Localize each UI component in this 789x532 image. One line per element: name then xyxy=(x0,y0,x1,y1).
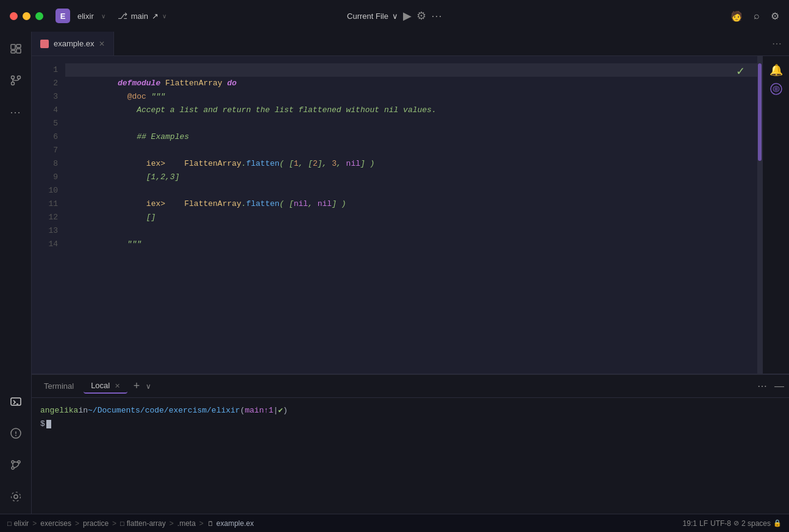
status-crumb-practice[interactable]: practice xyxy=(83,519,109,528)
status-sep5: > xyxy=(199,519,204,528)
svg-point-18 xyxy=(11,492,20,502)
local-tab-close-icon[interactable]: ✕ xyxy=(115,382,120,389)
terminal-dollar: $ xyxy=(40,417,45,431)
sidebar-item-git[interactable] xyxy=(6,455,26,475)
minimize-button[interactable] xyxy=(23,12,30,20)
svg-point-4 xyxy=(11,76,14,79)
line-num-1: 1 xyxy=(53,63,58,77)
tab-label: example.ex xyxy=(54,39,94,48)
sidebar-item-source-control[interactable] xyxy=(6,71,26,90)
tab-more-icon[interactable]: ⋯ xyxy=(765,38,789,49)
editor-scrollbar[interactable] xyxy=(757,56,762,374)
line-num-5: 5 xyxy=(53,117,58,130)
line-num-14: 14 xyxy=(48,238,58,251)
local-tab[interactable]: Local ✕ xyxy=(84,378,127,394)
settings-icon[interactable]: ⚙ xyxy=(771,10,779,22)
code-line-14 xyxy=(65,238,757,251)
app-name-label: elixir xyxy=(77,12,94,21)
svg-rect-1 xyxy=(16,44,21,48)
status-sep2: > xyxy=(75,519,79,528)
left-sidebar: ··· xyxy=(0,32,32,514)
svg-rect-2 xyxy=(16,49,21,53)
status-crumb-file[interactable]: example.ex xyxy=(216,519,254,528)
terminal-tab[interactable]: Terminal xyxy=(37,379,81,393)
add-profile-icon[interactable]: 🧑 xyxy=(730,10,743,22)
ai-assistant-icon[interactable] xyxy=(769,82,784,99)
add-terminal-icon[interactable]: + xyxy=(130,380,144,392)
line-num-8: 8 xyxy=(53,157,58,171)
app-icon: E xyxy=(55,9,70,23)
more-options-icon[interactable]: ⋯ xyxy=(431,9,442,23)
right-sidebar: 🔔 xyxy=(762,56,789,374)
svg-rect-3 xyxy=(11,51,15,53)
terminal-user: angelika xyxy=(40,404,78,417)
sidebar-item-more[interactable]: ··· xyxy=(6,102,26,122)
status-folder-icon: □ xyxy=(7,520,12,527)
status-bar: □ elixir > exercises > practice > □ flat… xyxy=(0,514,789,532)
status-position[interactable]: 19:1 xyxy=(683,519,697,528)
titlebar-right: 🧑 ⌕ ⚙ xyxy=(730,10,779,22)
terminal-tab-label: Terminal xyxy=(44,381,74,391)
tab-example-ex[interactable]: example.ex ✕ xyxy=(32,32,114,55)
titlebar: E elixir ∨ ⎇ main ↗ ∨ Current File ∨ ▶ ⚙… xyxy=(0,0,789,32)
code-editor[interactable]: defmodule FlattenArray do @doc """ Accep… xyxy=(65,56,757,374)
status-sep1: > xyxy=(32,519,37,528)
current-file-chevron-icon: ∨ xyxy=(392,12,398,21)
status-crumb-exercises[interactable]: exercises xyxy=(40,519,71,528)
current-file-button[interactable]: Current File ∨ xyxy=(347,12,398,21)
bell-icon[interactable]: 🔔 xyxy=(769,63,783,77)
terminal-content[interactable]: angelika in ~/Documents/code/exercism/el… xyxy=(32,398,789,514)
code-line-10: iex> FlattenArray.flatten( [nil, nil] ) xyxy=(65,184,757,197)
terminal-chevron-icon[interactable]: ∨ xyxy=(146,382,151,391)
terminal-panel: Terminal Local ✕ + ∨ ⋯ — angelika in ~/D… xyxy=(32,374,789,514)
tab-close-icon[interactable]: ✕ xyxy=(99,40,105,48)
terminal-actions: ⋯ — xyxy=(757,380,784,392)
terminal-minimize-icon[interactable]: — xyxy=(774,381,784,392)
branch-chevron-icon: ∨ xyxy=(162,13,166,20)
traffic-lights xyxy=(10,12,43,20)
maximize-button[interactable] xyxy=(35,12,43,20)
status-le[interactable]: LF xyxy=(699,519,708,528)
line-num-3: 3 xyxy=(53,90,58,104)
svg-point-15 xyxy=(12,467,14,469)
search-icon[interactable]: ⌕ xyxy=(754,10,760,21)
app-chevron-icon: ∨ xyxy=(101,13,105,20)
status-folder2-icon: □ xyxy=(120,520,124,527)
line-num-10: 10 xyxy=(48,184,58,197)
line-num-12: 12 xyxy=(48,211,58,224)
status-lock-icon: 🔒 xyxy=(773,519,782,527)
sidebar-item-alerts[interactable] xyxy=(6,424,26,443)
scrollbar-thumb[interactable] xyxy=(758,63,762,161)
local-tab-label: Local xyxy=(91,381,110,390)
terminal-prompt-line: angelika in ~/Documents/code/exercism/el… xyxy=(40,404,780,417)
terminal-branch-arrow: ↑1 xyxy=(264,404,274,417)
current-file-label: Current File xyxy=(347,12,388,21)
sidebar-item-explorer[interactable] xyxy=(6,39,26,59)
run-icon[interactable]: ▶ xyxy=(403,9,412,23)
branch-arrow: ↗ xyxy=(152,12,159,21)
status-encoding[interactable]: UTF-8 xyxy=(710,519,731,528)
debug-icon[interactable]: ⚙ xyxy=(416,9,426,23)
status-crumb-flatten[interactable]: flatten-array xyxy=(127,519,166,528)
terminal-branch-name: main xyxy=(245,404,263,417)
status-project[interactable]: elixir xyxy=(14,519,29,528)
line-num-11: 11 xyxy=(48,197,58,211)
terminal-more-icon[interactable]: ⋯ xyxy=(757,380,767,392)
check-mark: ✓ xyxy=(736,65,745,78)
status-crumb-meta[interactable]: .meta xyxy=(177,519,196,528)
close-button[interactable] xyxy=(10,12,18,20)
code-line-3: Accept a list and return the list flatte… xyxy=(65,90,757,104)
svg-rect-0 xyxy=(11,44,15,49)
line-num-7: 7 xyxy=(53,144,58,157)
code-line-5: ## Examples xyxy=(65,117,757,130)
code-line-7: iex> FlattenArray.flatten( [1, [2], 3, n… xyxy=(65,144,757,157)
terminal-check: ✔ xyxy=(278,404,283,417)
sidebar-item-settings[interactable] xyxy=(6,487,26,506)
line-numbers: 1 2 3 4 5 6 7 8 9 10 11 12 13 14 xyxy=(32,56,65,374)
tab-bar: example.ex ✕ ⋯ xyxy=(32,32,789,56)
branch-section[interactable]: ⎇ main ↗ ∨ xyxy=(118,11,166,21)
titlebar-center: Current File ∨ ▶ ⚙ ⋯ xyxy=(347,9,442,23)
sidebar-item-terminal[interactable] xyxy=(6,392,26,411)
file-icon xyxy=(40,40,49,48)
status-indent[interactable]: 2 spaces xyxy=(741,519,771,528)
